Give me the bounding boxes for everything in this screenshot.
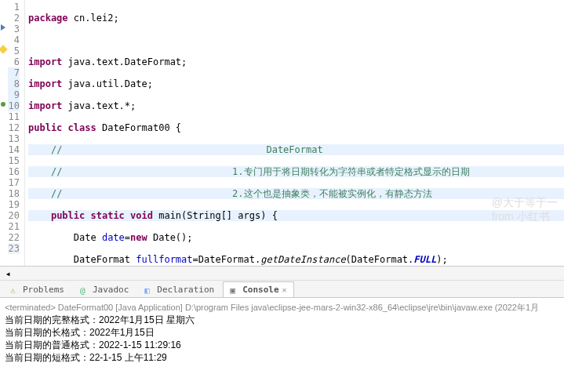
- console-terminated-label: <terminated> DateFormat00 [Java Applicat…: [5, 301, 559, 314]
- close-icon[interactable]: ✕: [282, 285, 287, 294]
- tab-javadoc[interactable]: @Javadoc: [73, 281, 136, 297]
- marker-bar: [0, 0, 6, 266]
- code-area[interactable]: package cn.lei2; import java.text.DateFo…: [25, 0, 564, 266]
- editor-toolbar: ◂: [0, 267, 564, 281]
- console-output-line: 当前日期的普通格式：2022-1-15 11:29:16: [5, 339, 559, 351]
- arrow-icon: [1, 24, 5, 31]
- console-output-line: 当前日期的短格式：22-1-15 上午11:29: [5, 351, 559, 364]
- console-view[interactable]: <terminated> DateFormat00 [Java Applicat…: [0, 298, 564, 367]
- bottom-tab-bar: ⚠Problems @Javadoc ◧Declaration ▣Console…: [0, 281, 564, 298]
- tab-declaration[interactable]: ◧Declaration: [137, 281, 221, 297]
- code-editor[interactable]: 1 2 3 4 5 6 7 8 9 10 11 12 13 14 15 16 1…: [0, 0, 564, 267]
- tab-problems[interactable]: ⚠Problems: [3, 281, 71, 297]
- console-output-line: 当前日期的完整格式：2022年1月15日 星期六: [5, 314, 559, 326]
- javadoc-icon: @: [80, 285, 89, 295]
- line-number-gutter: 1 2 3 4 5 6 7 8 9 10 11 12 13 14 15 16 1…: [6, 0, 25, 266]
- declaration-icon: ◧: [144, 285, 154, 295]
- console-output-line: 当前日期的长格式：2022年1月15日: [5, 326, 559, 339]
- problems-icon: ⚠: [10, 285, 20, 295]
- console-icon: ▣: [230, 285, 239, 295]
- run-icon: [1, 102, 5, 107]
- tab-console[interactable]: ▣Console✕: [223, 281, 293, 297]
- chevron-left-icon[interactable]: ◂: [3, 269, 13, 278]
